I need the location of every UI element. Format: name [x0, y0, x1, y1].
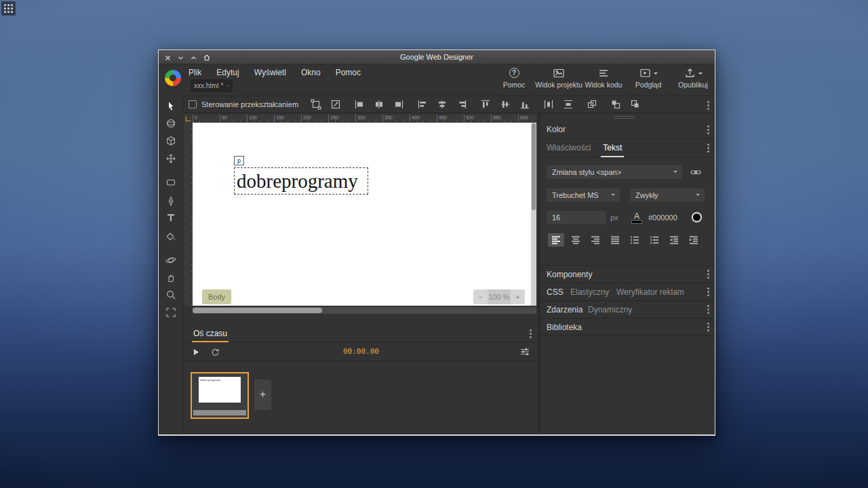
code-view-button[interactable]: Widok kodu — [582, 67, 625, 89]
library-menu-icon[interactable] — [707, 326, 709, 328]
indent-increase-button[interactable] — [686, 233, 702, 247]
zoom-tool[interactable] — [164, 288, 178, 302]
design-canvas[interactable]: p dobreprogramy Body − 100 % + — [193, 123, 536, 306]
css-menu-icon[interactable] — [707, 291, 709, 293]
font-weight-dropdown[interactable]: Zwykły — [630, 188, 705, 202]
timeline-menu-icon[interactable] — [530, 333, 532, 335]
menu-okno[interactable]: Okno — [301, 66, 321, 79]
fit-view-tool[interactable] — [164, 306, 178, 319]
zoom-in-button[interactable]: + — [511, 293, 525, 301]
align-top-icon[interactable] — [479, 98, 492, 110]
text-color-button[interactable]: A — [631, 211, 643, 224]
link-style-icon[interactable] — [690, 167, 701, 180]
library-section-header[interactable]: Biblioteka — [540, 318, 715, 336]
transform-frame-icon[interactable] — [310, 98, 322, 110]
tab-text[interactable]: Tekst — [603, 139, 622, 157]
selected-element[interactable]: p dobreprogramy — [234, 167, 368, 195]
space-vertical-icon[interactable] — [562, 98, 574, 110]
align-right-icon[interactable] — [456, 98, 468, 110]
menu-pomoc[interactable]: Pomoc — [336, 66, 361, 79]
window-minimize-icon[interactable] — [189, 54, 198, 62]
css-section-header[interactable]: CSS Elastyczny Weryfikator reklam — [540, 283, 715, 300]
edit-transform-icon[interactable] — [330, 98, 342, 110]
selection-tool[interactable] — [164, 100, 178, 113]
text-color-hex[interactable]: #000000 — [648, 211, 677, 224]
gwd-logo — [165, 70, 181, 86]
style-scope-dropdown[interactable]: Zmiana stylu <span> — [547, 165, 682, 179]
zoom-out-button[interactable]: − — [473, 293, 488, 301]
align-center-h-icon[interactable] — [436, 98, 448, 110]
text-color-swatch[interactable] — [692, 212, 702, 222]
menu-wyswietl[interactable]: Wyświetl — [254, 66, 286, 79]
ruler-tick-label: 600 — [518, 115, 536, 123]
publish-button[interactable]: Opublikuj — [671, 67, 715, 89]
window-maximize-icon[interactable] — [202, 54, 211, 62]
color-section-header[interactable]: Kolor — [540, 121, 715, 139]
ordered-list-button[interactable] — [627, 233, 643, 247]
align-bottom-icon[interactable] — [519, 98, 531, 110]
app-grid-launcher-icon[interactable] — [1, 1, 16, 16]
indent-decrease-button[interactable] — [666, 233, 682, 247]
events-section-header[interactable]: Zdarzenia Dynamiczny — [540, 300, 715, 318]
paint-bucket-tool[interactable] — [164, 230, 178, 243]
horizontal-scrollbar-thumb[interactable] — [193, 308, 322, 313]
project-view-button[interactable]: Widok projektu — [537, 67, 580, 89]
align-middle-icon[interactable] — [499, 98, 511, 110]
space-horizontal-icon[interactable] — [542, 98, 555, 110]
help-button[interactable]: ? Pomoc — [492, 67, 536, 89]
tab-properties[interactable]: Właściwości — [547, 139, 591, 157]
align-text-left-button[interactable] — [548, 233, 564, 247]
timeline-settings-icon[interactable] — [519, 346, 530, 360]
document-tab[interactable]: xxx.html * — [191, 79, 233, 92]
horizontal-scrollbar[interactable] — [193, 307, 536, 314]
toolbar-menu-icon[interactable] — [707, 104, 709, 106]
pen-tool[interactable] — [164, 195, 178, 208]
vertical-scrollbar[interactable] — [531, 123, 536, 306]
vertical-scrollbar-thumb[interactable] — [532, 123, 536, 210]
keyframe-preview: dobreprogramy — [199, 377, 241, 403]
justify-text-button[interactable] — [607, 233, 623, 247]
events-dynamic-tab[interactable]: Dynamiczny — [588, 301, 632, 319]
distribute-left-icon[interactable] — [353, 98, 366, 110]
tag-tool[interactable] — [164, 176, 178, 189]
panel-grip[interactable] — [614, 116, 635, 120]
free-rotate-tool[interactable] — [164, 117, 178, 130]
breadcrumb-body[interactable]: Body — [202, 289, 231, 304]
window-close-icon[interactable] — [163, 54, 172, 62]
add-keyframe-button[interactable]: + — [254, 380, 271, 410]
send-backward-icon[interactable] — [629, 98, 642, 110]
tabs-menu-icon[interactable] — [707, 147, 709, 149]
text-tool[interactable] — [164, 211, 178, 224]
keyframe-thumbnail[interactable]: dobreprogramy — [191, 372, 249, 419]
distribute-center-h-icon[interactable] — [373, 98, 385, 110]
font-size-input[interactable]: 16 — [547, 211, 606, 224]
css-flexible-tab[interactable]: Elastyczny — [570, 283, 609, 301]
align-left-icon[interactable] — [416, 98, 429, 110]
components-section-header[interactable]: Komponenty — [540, 265, 715, 283]
window-shade-icon[interactable] — [176, 54, 185, 62]
bring-forward-icon[interactable] — [610, 98, 622, 110]
menu-edytuj[interactable]: Edytuj — [216, 66, 239, 79]
tab-close-icon[interactable] — [226, 83, 229, 88]
transform-control-checkbox[interactable] — [189, 100, 197, 108]
3d-object-rotate-tool[interactable] — [164, 134, 178, 148]
3d-stage-rotate-tool[interactable] — [164, 253, 178, 267]
align-text-right-button[interactable] — [587, 233, 604, 247]
bullet-list-button[interactable] — [646, 233, 663, 247]
timeline-tab[interactable]: Oś czasu — [193, 325, 227, 342]
css-ad-validator-tab[interactable]: Weryfikator reklam — [616, 283, 684, 301]
events-menu-icon[interactable] — [707, 308, 709, 310]
align-text-center-button[interactable] — [568, 233, 584, 247]
menu-plik[interactable]: Plik — [189, 66, 201, 79]
preview-button[interactable]: Podgląd — [627, 67, 670, 89]
hand-tool[interactable] — [164, 271, 178, 285]
desktop-background: Google Web Designer Plik Edytuj Wyświetl… — [0, 0, 868, 488]
distribute-right-icon[interactable] — [393, 98, 405, 110]
3d-translate-tool[interactable] — [164, 152, 178, 165]
ruler-tick-label: 250 — [328, 115, 355, 123]
components-menu-icon[interactable] — [707, 273, 709, 275]
publish-dropdown-caret — [698, 73, 703, 77]
color-section-menu-icon[interactable] — [707, 129, 709, 131]
font-family-dropdown[interactable]: Trebuchet MS — [547, 188, 620, 202]
match-size-icon[interactable] — [586, 98, 598, 110]
